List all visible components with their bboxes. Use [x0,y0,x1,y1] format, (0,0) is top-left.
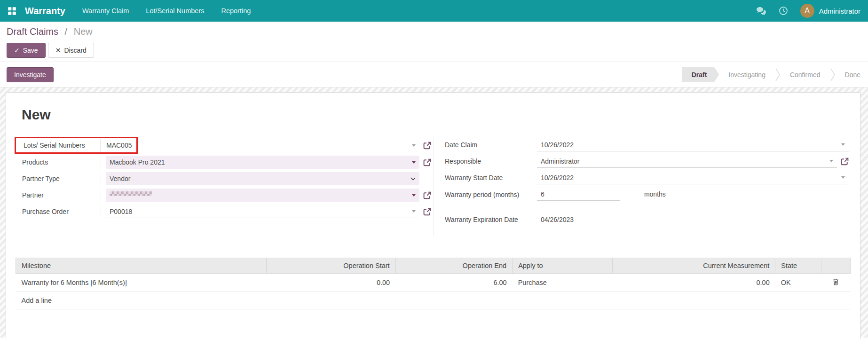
warranty-period-label: Warranty period (months) [440,188,532,201]
dropdown-caret-icon[interactable] [412,210,416,213]
red-highlight-box: Lots/ Serial Numbers MAC005 [15,137,138,154]
field-row-warranty-start: Warranty Start Date 10/26/2022 [440,170,849,186]
discard-button[interactable]: ✕ Discard [48,43,94,58]
status-step-confirmed[interactable]: Confirmed [781,67,830,82]
menu-reporting[interactable]: Reporting [221,7,251,15]
partner-label: Partner [17,189,101,202]
chevron-separator-icon [775,67,781,82]
breadcrumb: Draft Claims / New [7,26,861,37]
field-row-warranty-expiration: Warranty Expiration Date 04/26/2023 [440,211,849,236]
dropdown-caret-icon[interactable] [841,143,845,146]
lots-serial-value[interactable]: MAC005 [101,142,132,149]
top-navbar: Warranty Warranty Claim Lot/Serial Numbe… [0,0,868,22]
date-claim-field[interactable]: 10/26/2022 [537,138,849,151]
responsible-field[interactable]: Administrator [537,155,837,168]
systray: A Administrator [756,4,860,18]
dropdown-caret-icon[interactable] [841,176,845,179]
lots-serial-label: Lots/ Serial Numbers [19,139,101,152]
warranty-start-field[interactable]: 10/26/2022 [537,171,849,184]
cell-state[interactable]: OK [775,274,821,292]
field-row-products: Products Macbook Pro 2021 [17,154,431,170]
breadcrumb-draft-claims[interactable]: Draft Claims [7,26,58,37]
milestones-list: Milestone Operation Start Operation End … [16,258,851,309]
responsible-label: Responsible [440,155,532,168]
table-row[interactable]: Warranty for 6 Months [6 Month(s)] 0.00 … [16,274,851,292]
field-row-partner-type: Partner Type Vendor [17,171,431,187]
select-chevron-icon [410,177,416,181]
redacted-value [110,193,152,197]
warranty-period-unit: months [644,190,666,198]
main-menu: Warranty Claim Lot/Serial Numbers Report… [82,7,251,15]
status-step-investigating[interactable]: Investigating [719,67,775,82]
warranty-expiration-value: 04/26/2023 [537,213,849,226]
col-milestone[interactable]: Milestone [16,258,267,274]
chevron-separator-icon [830,67,836,82]
col-apply-to[interactable]: Apply to [513,258,613,274]
user-menu[interactable]: A Administrator [800,4,860,18]
cell-operation-start[interactable]: 0.00 [266,274,395,292]
partner-field[interactable] [106,189,419,202]
statusbar: Draft Investigating Confirmed Done [682,67,868,82]
dropdown-caret-icon[interactable] [829,160,833,162]
col-operation-end[interactable]: Operation End [395,258,513,274]
col-actions [821,258,850,274]
menu-warranty-claim[interactable]: Warranty Claim [82,7,129,15]
field-row-partner: Partner [17,187,431,203]
menu-lot-serial-numbers[interactable]: Lot/Serial Numbers [146,7,204,15]
partner-type-label: Partner Type [17,172,101,185]
date-claim-label: Date Claim [440,138,532,151]
messages-icon[interactable] [756,7,766,15]
save-button[interactable]: ✓ Save [7,43,46,58]
external-link-icon[interactable] [423,208,431,216]
field-row-lots-serial: Lots/ Serial Numbers MAC005 [17,137,431,154]
breadcrumb-separator: / [65,26,68,37]
col-state[interactable]: State [775,258,821,274]
field-row-responsible: Responsible Administrator [440,153,849,169]
user-name: Administrator [819,7,860,15]
purchase-order-field[interactable]: P00018 [106,205,419,218]
app-name[interactable]: Warranty [25,6,65,16]
record-title: New [22,107,851,123]
status-step-draft[interactable]: Draft [682,67,719,82]
control-panel: Draft Claims / New ✓ Save ✕ Discard Inve… [0,22,868,87]
cell-operation-end[interactable]: 6.00 [395,274,513,292]
table-header-row: Milestone Operation Start Operation End … [16,258,851,274]
cell-milestone[interactable]: Warranty for 6 Months [6 Month(s)] [16,274,267,292]
investigate-button[interactable]: Investigate [7,67,54,82]
warranty-start-label: Warranty Start Date [440,171,532,184]
products-field[interactable]: Macbook Pro 2021 [106,156,419,169]
activity-clock-icon[interactable] [779,6,788,16]
purchase-order-label: Purchase Order [17,205,101,218]
check-icon: ✓ [14,47,20,54]
field-row-purchase-order: Purchase Order P00018 [17,204,431,220]
breadcrumb-current: New [74,26,93,37]
field-row-date-claim: Date Claim 10/26/2022 [440,137,849,153]
external-link-icon[interactable] [841,158,849,166]
external-link-icon[interactable] [423,158,431,166]
warranty-period-input[interactable]: 6 [537,188,620,201]
dropdown-caret-icon[interactable] [412,194,416,197]
form-view-background: New Lots/ Serial Numbers MAC005 Produ [0,87,868,338]
cell-apply-to[interactable]: Purchase [513,274,613,292]
x-icon: ✕ [55,47,61,54]
dropdown-caret-icon[interactable] [412,144,416,147]
delete-row-icon[interactable] [833,278,839,285]
external-link-icon[interactable] [423,191,431,199]
avatar[interactable]: A [800,4,814,18]
form-sheet: New Lots/ Serial Numbers MAC005 Produ [6,92,860,339]
products-label: Products [17,156,101,169]
external-link-icon[interactable] [423,142,431,150]
col-current-measurement[interactable]: Current Measurement [613,258,775,274]
apps-grid-icon[interactable] [8,7,16,16]
status-step-done[interactable]: Done [836,67,868,82]
warranty-expiration-label: Warranty Expiration Date [440,213,532,226]
partner-type-select[interactable]: Vendor [106,172,419,185]
field-row-warranty-period: Warranty period (months) 6 months [440,186,849,211]
dropdown-caret-icon[interactable] [412,161,416,164]
cell-current-measurement[interactable]: 0.00 [613,274,775,292]
col-operation-start[interactable]: Operation Start [266,258,395,274]
add-a-line-link[interactable]: Add a line [16,292,851,309]
